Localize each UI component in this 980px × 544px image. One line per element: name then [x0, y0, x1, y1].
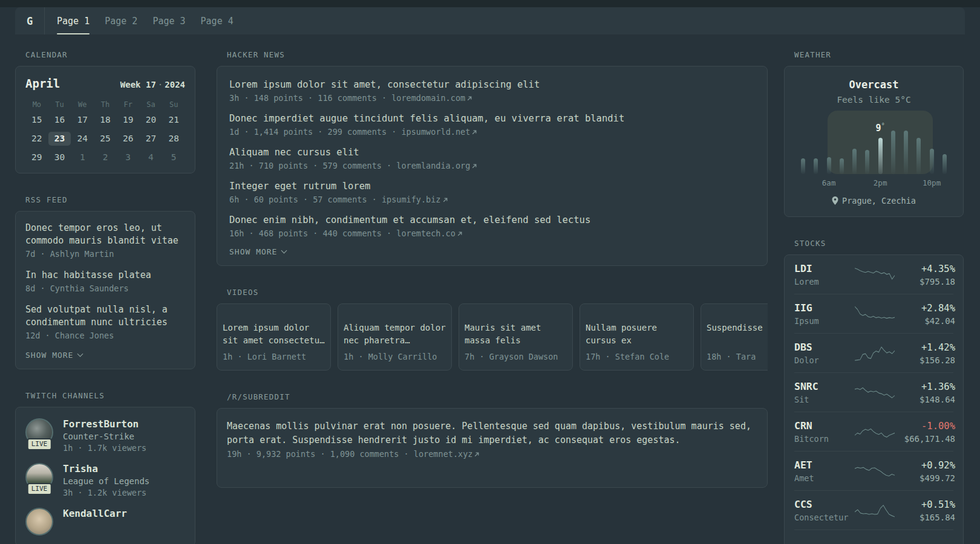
- top-nav: G Page 1Page 2Page 3Page 4: [15, 7, 965, 34]
- rss-item-title[interactable]: Sed volutpat nulla nisl, a condimentum n…: [25, 303, 185, 329]
- calendar-weekday: Th: [94, 100, 117, 109]
- hackernews-item-meta: 21h · 710 points · 579 comments · loreml…: [229, 161, 755, 170]
- section-title-subreddit: /R/SUBREDDIT: [227, 392, 768, 401]
- tab-page-3[interactable]: Page 3: [152, 7, 185, 34]
- item-domain-link[interactable]: loremtech.co: [396, 228, 456, 238]
- weather-bar: [852, 149, 857, 174]
- stock-spark-wrap: [855, 303, 895, 325]
- item-domain-link[interactable]: ipsumify.biz: [382, 195, 441, 204]
- video-title[interactable]: Suspendisse diam: [707, 322, 768, 347]
- stock-row: CCSConsectetur+0.51%$165.84: [794, 490, 953, 529]
- channel-info: KendallCarr: [63, 508, 127, 536]
- weather-bar: [814, 158, 818, 174]
- video-title[interactable]: Aliquam tempor dolor nec pharetra…: [344, 322, 446, 347]
- hackernews-show-more-button[interactable]: SHOW MORE: [229, 247, 755, 256]
- video-meta: 17h · Stefan Cole: [586, 352, 688, 361]
- weather-location-text: Prague, Czechia: [842, 196, 916, 206]
- stock-ticker: CRN: [794, 420, 855, 432]
- hackernews-item-title[interactable]: Donec imperdiet augue tincidunt felis al…: [229, 112, 755, 125]
- stock-row: AHS+0.46%: [794, 529, 953, 544]
- hackernews-item-title[interactable]: Aliquam nec cursus elit: [229, 146, 755, 159]
- calendar-day: 17: [71, 113, 94, 127]
- hackernews-item-title[interactable]: Donec enim nibh, condimentum et accumsan…: [229, 213, 755, 227]
- channel-meta: 3h · 1.2k viewers: [63, 488, 149, 497]
- stock-name: Bitcorn: [794, 434, 855, 444]
- item-domain-link[interactable]: loremnet.xyz: [414, 449, 473, 459]
- channel-name[interactable]: Trisha: [63, 463, 149, 474]
- subreddit-card: Maecenas mollis pulvinar erat non posuer…: [217, 408, 768, 488]
- rss-item-title[interactable]: Donec tempor eros leo, ut commodo mauris…: [25, 222, 185, 247]
- right-column: WEATHER Overcast Feels like 5°C 9° 6am2p…: [784, 50, 964, 544]
- hackernews-item-title[interactable]: Lorem ipsum dolor sit amet, consectetur …: [229, 78, 755, 91]
- live-badge: LIVE: [27, 438, 52, 450]
- stock-spark-wrap: [855, 382, 895, 403]
- calendar-weekday-row: MoTuWeThFrSaSu: [25, 100, 185, 109]
- stock-values: +4.35%$795.18: [895, 264, 955, 287]
- weather-bar-slot: [912, 117, 925, 174]
- stock-values: +0.51%$165.84: [895, 499, 955, 522]
- item-meta-text: 3h · 148 points · 116 comments ·: [229, 93, 391, 103]
- calendar-year: 2024: [165, 80, 185, 89]
- calendar-day-selected: 23: [48, 132, 71, 146]
- stock-values: +1.36%$148.64: [895, 381, 955, 404]
- calendar-day: 26: [117, 132, 140, 146]
- calendar-week-year: Week 17·2024: [120, 80, 185, 89]
- stock-sparkline: [855, 303, 895, 325]
- rss-card: Donec tempor eros leo, ut commodo mauris…: [15, 211, 195, 369]
- channel-avatar-forrestburton[interactable]: LIVE: [25, 418, 53, 446]
- section-title-rss: RSS FEED: [25, 195, 195, 204]
- tab-page-4[interactable]: Page 4: [201, 7, 234, 34]
- stock-values: -1.00%$66,171.48: [895, 421, 955, 444]
- video-title[interactable]: Nullam posuere cursus ex: [586, 322, 688, 347]
- item-meta-text: 1d · 1,414 points · 299 comments ·: [229, 127, 401, 137]
- rss-show-more-button[interactable]: SHOW MORE: [25, 351, 185, 360]
- stock-spark-wrap: [855, 538, 895, 544]
- stock-spark-wrap: [855, 421, 895, 442]
- stock-ticker: IIG: [794, 302, 855, 314]
- stock-change: +1.36%: [895, 381, 955, 392]
- weather-bar: [930, 149, 934, 174]
- rss-item: In hac habitasse platea8d · Cynthia Saun…: [25, 269, 185, 293]
- rss-item-title[interactable]: In hac habitasse platea: [25, 269, 185, 282]
- external-link-icon: [456, 228, 463, 238]
- item-domain-link[interactable]: loremlandia.org: [396, 161, 470, 170]
- item-domain-link[interactable]: loremdomain.com: [391, 93, 465, 103]
- weather-card: Overcast Feels like 5°C 9° 6am2pm10pm Pr…: [784, 66, 964, 217]
- video-card: Suspendisse diam18h · Tara: [701, 303, 768, 371]
- hackernews-item: Donec imperdiet augue tincidunt felis al…: [229, 112, 755, 137]
- app-logo[interactable]: G: [15, 7, 44, 34]
- stocks-widget: STOCKS LDILorem+4.35%$795.18IIGIpsum+2.8…: [784, 239, 964, 544]
- hackernews-item: Aliquam nec cursus elit21h · 710 points …: [229, 146, 755, 170]
- stock-row: AETAmet+0.92%$499.72: [794, 451, 953, 490]
- calendar-day: 15: [25, 113, 48, 127]
- section-title-calendar: CALENDAR: [25, 50, 195, 59]
- calendar-day: 29: [25, 151, 48, 164]
- weather-condition: Overcast: [794, 79, 953, 91]
- video-title[interactable]: Lorem ipsum dolor sit amet consectetu…: [223, 322, 325, 347]
- stock-sparkline: [855, 343, 895, 364]
- hackernews-item-meta: 1d · 1,414 points · 299 comments · ipsum…: [229, 127, 755, 137]
- stock-ticker: DBS: [794, 342, 855, 353]
- stock-price: $795.18: [895, 277, 955, 287]
- channel-name[interactable]: ForrestBurton: [63, 418, 146, 430]
- stock-sparkline: [855, 461, 895, 482]
- calendar-day: 5: [162, 151, 185, 164]
- stock-change: +0.92%: [895, 460, 955, 471]
- item-domain-link[interactable]: ipsumworld.net: [401, 127, 470, 137]
- stock-id: CCSConsectetur: [794, 499, 855, 522]
- hackernews-card: Lorem ipsum dolor sit amet, consectetur …: [217, 66, 768, 266]
- channel-avatar-kendallcarr[interactable]: [25, 508, 53, 536]
- location-pin-icon: [832, 196, 838, 205]
- tab-page-2[interactable]: Page 2: [105, 7, 137, 34]
- calendar-week-label: Week 17: [120, 80, 156, 89]
- calendar-widget: CALENDAR April Week 17·2024 MoTuWeThFrSa…: [15, 50, 195, 173]
- section-title-twitch: TWITCH CHANNELS: [25, 391, 195, 400]
- subreddit-post-title[interactable]: Maecenas mollis pulvinar erat non posuer…: [227, 419, 757, 447]
- channel-avatar-trisha[interactable]: LIVE: [25, 463, 53, 491]
- hackernews-item-title[interactable]: Integer eget rutrum lorem: [229, 180, 755, 193]
- current-temp-label: 9°: [876, 122, 885, 134]
- hackernews-item: Donec enim nibh, condimentum et accumsan…: [229, 213, 755, 238]
- video-title[interactable]: Mauris sit amet massa felis: [465, 322, 567, 347]
- channel-name[interactable]: KendallCarr: [63, 508, 127, 519]
- tab-page-1[interactable]: Page 1: [57, 7, 90, 34]
